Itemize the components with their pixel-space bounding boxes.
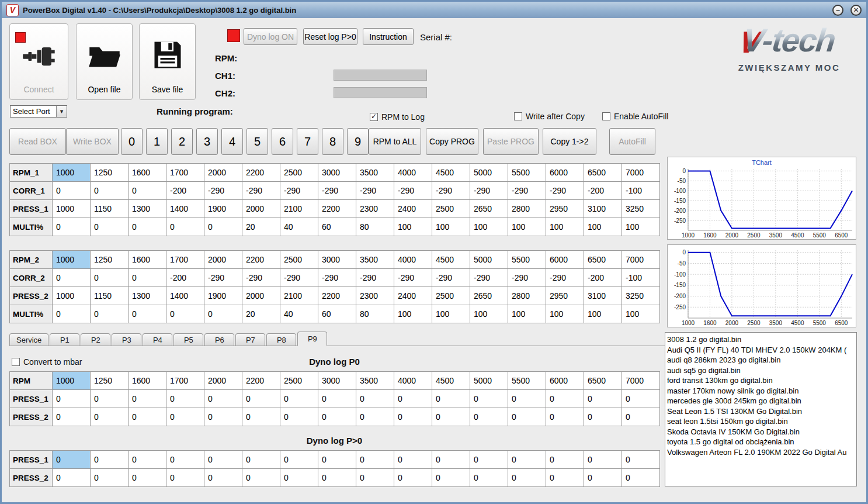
grid-cell[interactable]: 4000: [394, 164, 432, 182]
grid-cell[interactable]: 100: [622, 218, 660, 236]
grid-cell[interactable]: 0: [622, 469, 660, 487]
grid-cell[interactable]: 0: [546, 408, 584, 426]
grid-cell[interactable]: 0: [129, 451, 166, 469]
paste-prog-button[interactable]: Paste PROG: [483, 128, 539, 155]
grid-cell[interactable]: 6000: [546, 372, 584, 390]
grid-cell[interactable]: 2400: [394, 200, 432, 218]
grid-cell[interactable]: 100: [394, 218, 432, 236]
rpm-to-all-button[interactable]: RPM to ALL: [369, 128, 421, 155]
file-list-item[interactable]: audi sq5 go digital.bin: [667, 365, 856, 376]
grid-cell[interactable]: -200: [166, 269, 204, 287]
grid-cell[interactable]: -290: [546, 182, 584, 200]
grid-cell[interactable]: 5500: [508, 164, 546, 182]
grid-cell[interactable]: 4500: [432, 251, 470, 269]
grid-cell[interactable]: 1700: [166, 372, 204, 390]
connect-button[interactable]: Connect: [9, 23, 68, 100]
grid-cell[interactable]: 0: [91, 305, 129, 323]
select-port-dropdown[interactable]: Select Port: [10, 105, 67, 118]
grid-cell[interactable]: 0: [546, 390, 584, 408]
grid-cell[interactable]: 2000: [242, 287, 280, 305]
grid-cell[interactable]: 2950: [546, 287, 584, 305]
grid-cell[interactable]: 100: [584, 305, 622, 323]
dyno-log-on-button[interactable]: Dyno log ON: [244, 28, 297, 45]
grid-cell[interactable]: -290: [318, 182, 356, 200]
grid-cell[interactable]: 0: [318, 390, 356, 408]
digit-button-4[interactable]: 4: [221, 128, 243, 155]
grid-cell[interactable]: 3100: [584, 287, 622, 305]
digit-button-9[interactable]: 9: [347, 128, 369, 155]
grid-cell[interactable]: 6000: [546, 164, 584, 182]
grid-cell[interactable]: 100: [470, 218, 508, 236]
grid-cell[interactable]: 0: [166, 408, 204, 426]
tab-p2[interactable]: P2: [81, 333, 110, 346]
grid-cell[interactable]: 0: [546, 451, 584, 469]
grid-cell[interactable]: -290: [546, 269, 584, 287]
grid-cell[interactable]: 100: [546, 218, 584, 236]
copy-1-to-2-button[interactable]: Copy 1->2: [543, 128, 596, 155]
grid-cell[interactable]: -290: [356, 182, 394, 200]
grid-cell[interactable]: 100: [432, 305, 470, 323]
grid-cell[interactable]: 1900: [204, 287, 242, 305]
grid-cell[interactable]: 0: [508, 390, 546, 408]
digit-button-7[interactable]: 7: [297, 128, 318, 155]
grid-cell[interactable]: 0: [129, 408, 166, 426]
grid-cell[interactable]: -290: [204, 182, 242, 200]
reset-log-button[interactable]: Reset log P>0: [303, 28, 357, 45]
grid-cell[interactable]: 0: [356, 390, 394, 408]
grid-cell[interactable]: 0: [318, 469, 356, 487]
grid-cell[interactable]: 6500: [584, 251, 622, 269]
grid-cell[interactable]: 2400: [394, 287, 432, 305]
grid-cell[interactable]: 60: [318, 305, 356, 323]
tab-p6[interactable]: P6: [204, 333, 234, 346]
grid-cell[interactable]: 0: [242, 451, 280, 469]
grid-cell[interactable]: 0: [470, 408, 508, 426]
grid-cell[interactable]: 100: [508, 218, 546, 236]
grid-cell[interactable]: 100: [546, 305, 584, 323]
digit-button-8[interactable]: 8: [322, 128, 343, 155]
grid-cell[interactable]: 0: [166, 451, 204, 469]
grid-cell[interactable]: -290: [280, 269, 318, 287]
grid-cell[interactable]: 1600: [129, 164, 166, 182]
grid-cell[interactable]: 0: [53, 451, 91, 469]
grid-cell[interactable]: -290: [318, 269, 356, 287]
grid-cell[interactable]: 5000: [470, 372, 508, 390]
grid-cell[interactable]: -200: [166, 182, 204, 200]
grid-cell[interactable]: 0: [584, 390, 622, 408]
grid-cell[interactable]: -290: [394, 182, 432, 200]
grid-cell[interactable]: 0: [53, 390, 91, 408]
grid-cell[interactable]: 2200: [242, 164, 280, 182]
grid-cell[interactable]: 2100: [280, 200, 318, 218]
grid-cell[interactable]: 0: [242, 408, 280, 426]
grid-cell[interactable]: 0: [622, 451, 660, 469]
grid-cell[interactable]: 1250: [91, 164, 129, 182]
grid-cell[interactable]: -290: [242, 269, 280, 287]
copy-prog-button[interactable]: Copy PROG: [426, 128, 478, 155]
grid-cell[interactable]: 1000: [53, 287, 91, 305]
grid-cell[interactable]: 100: [432, 218, 470, 236]
grid-cell[interactable]: 0: [91, 469, 129, 487]
file-list-item[interactable]: seat leon 1.5tsi 150km go digital.bin: [667, 416, 856, 427]
grid-cell[interactable]: 0: [394, 390, 432, 408]
grid-cell[interactable]: 2950: [546, 200, 584, 218]
tab-p7[interactable]: P7: [235, 333, 265, 346]
grid-cell[interactable]: 0: [432, 408, 470, 426]
grid-cell[interactable]: 0: [166, 218, 204, 236]
grid-cell[interactable]: 0: [394, 451, 432, 469]
grid-cell[interactable]: 1250: [91, 372, 129, 390]
grid-cell[interactable]: -290: [470, 182, 508, 200]
grid-cell[interactable]: 0: [166, 390, 204, 408]
file-list-item[interactable]: Audi Q5 II (FY FL) 40 TDI MHEV 2.0 150kW…: [667, 345, 856, 355]
grid-cell[interactable]: 0: [280, 469, 318, 487]
grid-cell[interactable]: 0: [129, 182, 166, 200]
grid-cell[interactable]: -290: [394, 269, 432, 287]
grid-cell[interactable]: 0: [584, 469, 622, 487]
grid-cell[interactable]: 1700: [166, 164, 204, 182]
grid-cell[interactable]: 1400: [166, 200, 204, 218]
grid-cell[interactable]: 0: [356, 408, 394, 426]
grid-cell[interactable]: -290: [508, 182, 546, 200]
grid-cell[interactable]: 0: [166, 305, 204, 323]
digit-button-6[interactable]: 6: [272, 128, 293, 155]
grid-cell[interactable]: 0: [584, 408, 622, 426]
grid-cell[interactable]: 0: [508, 469, 546, 487]
grid-cell[interactable]: 2000: [242, 200, 280, 218]
